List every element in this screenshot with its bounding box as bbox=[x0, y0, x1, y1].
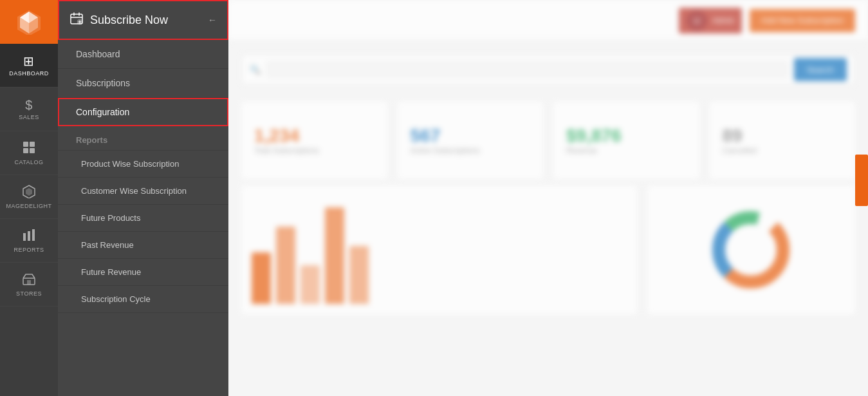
stores-icon bbox=[22, 272, 36, 288]
search-bar: 🔍 Search bbox=[241, 54, 855, 85]
magento-logo bbox=[16, 9, 42, 35]
orange-accent-bar bbox=[855, 155, 868, 206]
stat-card-4: 89 Cancelled bbox=[710, 102, 856, 179]
logo-area[interactable] bbox=[0, 0, 58, 44]
dashboard-label: DASHBOARD bbox=[9, 70, 49, 77]
back-arrow-icon[interactable]: ← bbox=[208, 15, 217, 25]
subscribe-now-icon bbox=[69, 12, 84, 29]
svg-rect-5 bbox=[23, 142, 28, 147]
sales-icon: $ bbox=[25, 99, 33, 111]
svg-rect-6 bbox=[30, 142, 35, 147]
main-content: U Admin Add New Subscription 🔍 Search 1,… bbox=[228, 0, 868, 396]
svg-marker-10 bbox=[26, 188, 32, 196]
menu-item-product-wise-subscription[interactable]: Product Wise Subscription bbox=[58, 151, 228, 178]
menu-item-dashboard[interactable]: Dashboard bbox=[58, 40, 228, 69]
menu-header[interactable]: Subscribe Now ← bbox=[58, 0, 228, 40]
svg-rect-11 bbox=[23, 233, 26, 241]
svg-rect-15 bbox=[27, 280, 31, 285]
stores-label: STORES bbox=[16, 290, 42, 297]
blurred-overlay: U Admin Add New Subscription 🔍 Search 1,… bbox=[228, 0, 868, 396]
svg-rect-12 bbox=[28, 231, 30, 241]
icon-sidebar: ⊞ DASHBOARD $ SALES CATALOG MAGEDELIGHT bbox=[0, 0, 58, 396]
reports-icon bbox=[22, 228, 36, 244]
svg-rect-8 bbox=[30, 148, 35, 153]
reports-label: REPORTS bbox=[14, 247, 44, 253]
sidebar-item-stores[interactable]: STORES bbox=[0, 263, 58, 306]
catalog-icon bbox=[22, 140, 36, 156]
reports-section-label: Reports bbox=[58, 126, 228, 151]
dashboard-icon: ⊞ bbox=[23, 55, 35, 68]
search-button[interactable]: Search bbox=[794, 58, 847, 81]
catalog-label: CATALOG bbox=[14, 159, 43, 165]
menu-item-configuration[interactable]: Configuration bbox=[58, 98, 228, 126]
magedelight-icon bbox=[22, 184, 36, 200]
menu-item-subscription-cycle[interactable]: Subscription Cycle bbox=[58, 286, 228, 313]
svg-rect-7 bbox=[23, 148, 28, 153]
sidebar-item-reports[interactable]: REPORTS bbox=[0, 219, 58, 263]
menu-item-customer-wise-subscription[interactable]: Customer Wise Subscription bbox=[58, 178, 228, 205]
main-top-bar: U Admin Add New Subscription bbox=[228, 0, 868, 41]
magedelight-label: MAGEDELIGHT bbox=[6, 203, 51, 209]
menu-item-past-revenue[interactable]: Past Revenue bbox=[58, 232, 228, 259]
sidebar-item-dashboard[interactable]: ⊞ DASHBOARD bbox=[0, 44, 58, 88]
svg-rect-13 bbox=[32, 229, 35, 241]
menu-item-subscriptions[interactable]: Subscriptions bbox=[58, 69, 228, 98]
menu-item-future-revenue[interactable]: Future Revenue bbox=[58, 259, 228, 286]
menu-header-title: Subscribe Now bbox=[90, 14, 201, 27]
menu-panel: Subscribe Now ← Dashboard Subscriptions … bbox=[58, 0, 228, 396]
sidebar-item-magedelight[interactable]: MAGEDELIGHT bbox=[0, 175, 58, 219]
stat-card-3: $9,876 Revenue bbox=[553, 102, 699, 179]
menu-item-future-products[interactable]: Future Products bbox=[58, 205, 228, 232]
sidebar-item-catalog[interactable]: CATALOG bbox=[0, 131, 58, 175]
add-subscription-button[interactable]: Add New Subscription bbox=[750, 9, 855, 32]
sales-label: SALES bbox=[19, 114, 39, 120]
stat-card-2: 567 Active Subscriptions bbox=[398, 102, 544, 179]
stat-card-1: 1,234 Total Subscriptions bbox=[241, 102, 387, 179]
sidebar-item-sales[interactable]: $ SALES bbox=[0, 88, 58, 131]
